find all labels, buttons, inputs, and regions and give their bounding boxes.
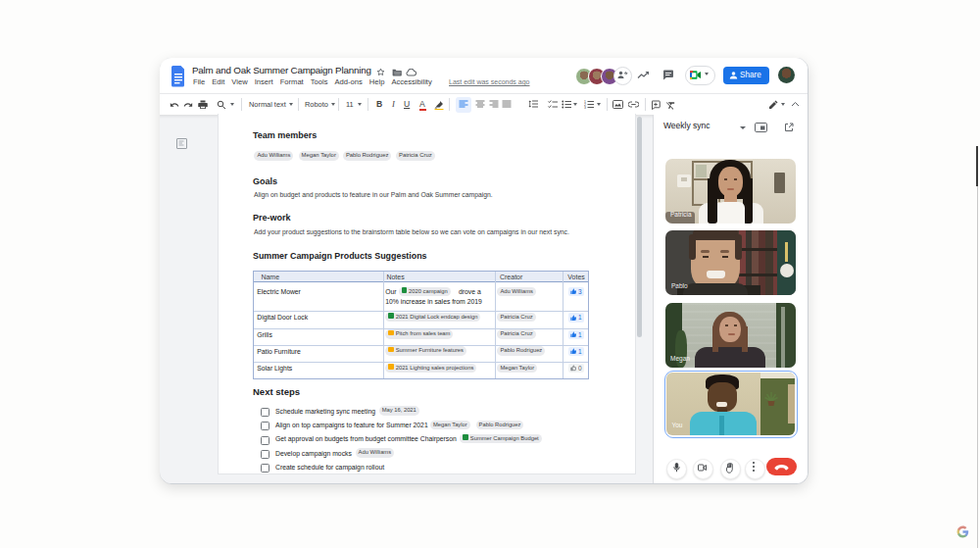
svg-text:3: 3 <box>584 106 586 109</box>
